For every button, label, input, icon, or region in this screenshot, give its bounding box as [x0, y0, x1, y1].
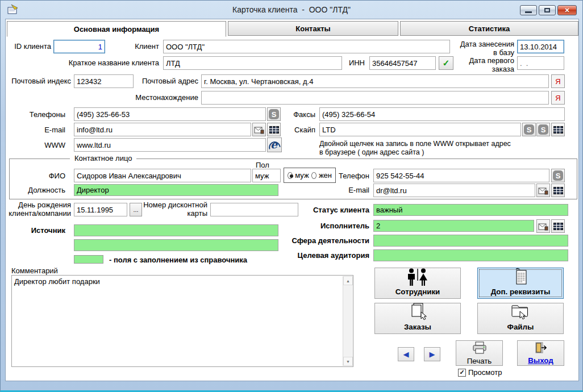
phones-field[interactable] [74, 107, 266, 121]
executor-list-button[interactable] [551, 219, 565, 233]
skype-list-button[interactable] [551, 123, 565, 136]
gender-field[interactable] [252, 169, 281, 182]
ya-location-button[interactable]: Я [551, 91, 565, 105]
radio-female[interactable] [311, 172, 317, 179]
orders-icon [407, 302, 428, 322]
ellipsis-icon: ... [133, 206, 138, 213]
green-legend-note: - поля с заполнением из справочника [109, 256, 297, 264]
client-status-field[interactable] [373, 204, 568, 216]
inn-field[interactable] [369, 56, 436, 70]
mail-icon [538, 222, 548, 231]
main-panel: Основная информация Контакты Статистика … [5, 19, 579, 381]
employees-button-label: Сотрудники [395, 287, 440, 296]
skype-icon: S [269, 109, 279, 119]
location-field[interactable] [201, 91, 549, 105]
scroll-down-button[interactable]: ▼ [343, 357, 353, 366]
first-order-date-label: Дата первого заказа [438, 56, 514, 73]
printer-icon [472, 341, 488, 356]
tab-main-info-label: Основная информация [74, 25, 159, 34]
tab-contacts[interactable]: Контакты [228, 21, 398, 36]
send-mail-button[interactable] [252, 123, 266, 136]
extra-details-button[interactable]: Доп. реквизиты [477, 268, 564, 299]
location-label: Местонахождение [134, 93, 198, 102]
contact-email-list-button[interactable] [551, 184, 565, 197]
ie-browser-icon: e [268, 139, 281, 151]
table-icon [553, 187, 563, 194]
email-list-button[interactable] [267, 123, 281, 136]
position-label: Должность [10, 186, 65, 194]
close-button[interactable]: ✕ [557, 5, 577, 15]
radio-male[interactable] [288, 172, 293, 179]
skype-call-button-2[interactable]: S [522, 123, 536, 136]
executor-label: Исполнитель [295, 222, 369, 230]
maximize-button[interactable] [539, 5, 556, 15]
minimize-button[interactable] [520, 5, 537, 15]
first-order-date-field[interactable] [517, 56, 564, 70]
ya-address-button[interactable]: Я [551, 74, 565, 88]
audience-label: Целевая аудитория [290, 251, 369, 260]
mail-icon [254, 126, 264, 134]
radio-female-label: жен [319, 171, 332, 180]
radio-male-label: муж [295, 171, 309, 180]
postal-address-label: Почтовый адрес [134, 77, 198, 85]
tab-statistics[interactable]: Статистика [400, 21, 578, 36]
minimize-icon [525, 11, 532, 13]
contact-phone-field[interactable] [373, 169, 549, 182]
contact-skype-button[interactable]: S [551, 169, 565, 182]
next-arrow-icon: ▶ [430, 350, 435, 358]
open-browser-button[interactable]: e [267, 137, 282, 152]
skype-chat-icon: S [538, 124, 548, 135]
next-record-button[interactable]: ▶ [424, 347, 440, 361]
postal-code-field[interactable] [74, 74, 134, 88]
position-field[interactable] [74, 184, 278, 196]
executor-mail-button[interactable] [536, 219, 550, 233]
contact-email-field[interactable] [373, 184, 535, 197]
comment-label: Комментарий [11, 266, 125, 275]
faxes-label: Факсы [287, 110, 315, 119]
source-field[interactable] [74, 224, 278, 236]
www-field[interactable] [74, 138, 266, 152]
employees-button[interactable]: Сотрудники [374, 268, 461, 299]
close-icon: ✕ [564, 7, 569, 14]
skype-call-button[interactable]: S [267, 107, 281, 121]
yandex-icon: Я [555, 77, 560, 86]
gender-radio-group: муж жен [284, 168, 336, 183]
comment-scrollbar[interactable]: ▲ ▼ [343, 276, 352, 366]
client-name-label: Клиент [114, 42, 159, 51]
files-button[interactable]: Файлы [477, 303, 564, 334]
orders-button[interactable]: Заказы [374, 303, 461, 334]
preview-checkbox[interactable]: ✓ Просмотр [458, 368, 502, 377]
prev-arrow-icon: ◀ [403, 350, 409, 358]
executor-field[interactable] [373, 220, 534, 232]
tab-main-info[interactable]: Основная информация [7, 21, 226, 37]
contact-send-mail-button[interactable] [536, 184, 550, 197]
table-icon [553, 126, 563, 134]
date-added-field[interactable] [517, 40, 564, 53]
skype-field[interactable] [319, 123, 521, 136]
print-button[interactable]: Печать [456, 340, 503, 366]
discount-card-field[interactable] [210, 203, 298, 216]
comment-textarea[interactable]: Директор любит подарки ▲ ▼ [11, 275, 353, 367]
email-field[interactable] [74, 123, 251, 136]
discount-card-label: Номер дисконтной карты [142, 201, 207, 218]
activity-field[interactable] [373, 235, 568, 247]
birthday-browse-button[interactable]: ... [130, 203, 142, 216]
client-name-field[interactable] [163, 40, 450, 53]
www-label: WWW [10, 141, 65, 149]
scroll-up-button[interactable]: ▲ [343, 276, 353, 285]
birthday-field[interactable] [74, 203, 127, 216]
gender-title: Пол [256, 161, 278, 169]
postal-address-field[interactable] [201, 74, 549, 88]
faxes-field[interactable] [319, 107, 565, 121]
print-button-label: Печать [467, 357, 492, 365]
client-id-field[interactable] [53, 40, 105, 53]
prev-record-button[interactable]: ◀ [398, 347, 414, 361]
fio-field[interactable] [74, 169, 251, 182]
maximize-icon [544, 8, 550, 12]
audience-field[interactable] [373, 249, 568, 261]
source-field-2[interactable] [74, 239, 278, 251]
checkbox-check-icon: ✓ [458, 369, 466, 377]
short-name-field[interactable] [163, 56, 342, 70]
exit-button[interactable]: Выход [517, 340, 564, 366]
skype-chat-button[interactable]: S [536, 123, 550, 136]
